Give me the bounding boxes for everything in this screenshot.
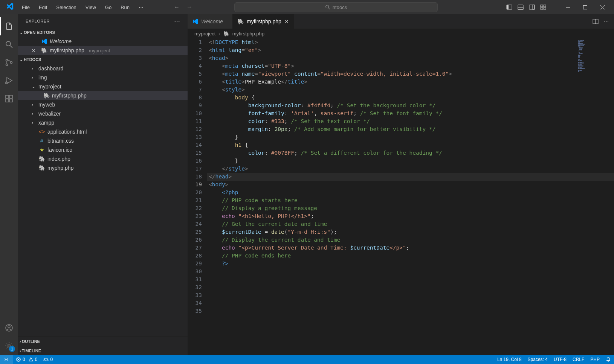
timeline-header[interactable]: ›TIMELINE (18, 346, 188, 355)
window-close-icon[interactable] (594, 0, 611, 14)
menu-selection[interactable]: Selection (52, 3, 80, 12)
encoding-status[interactable]: UTF-8 (551, 355, 570, 364)
breadcrumb[interactable]: myproject › 🐘 myfirstphp.php (188, 29, 614, 38)
svg-point-27 (8, 326, 10, 328)
activity-source-control-icon[interactable] (0, 53, 18, 72)
folder-myweb[interactable]: ›myweb (18, 100, 188, 109)
eol-status[interactable]: CRLF (570, 355, 587, 364)
menu-edit[interactable]: Edit (35, 3, 51, 12)
svg-point-0 (326, 5, 329, 8)
open-editor-welcome[interactable]: Welcome (18, 37, 188, 46)
svg-rect-13 (583, 5, 587, 9)
file-myphp-php[interactable]: 🐘myphp.php (18, 163, 188, 172)
search-placeholder: htdocs (333, 5, 347, 10)
activity-settings-icon[interactable]: 1 (0, 337, 18, 355)
php-icon: 🐘 (41, 47, 47, 53)
svg-rect-23 (6, 99, 9, 102)
chevron-icon: ⌄ (32, 84, 36, 89)
svg-point-21 (5, 82, 8, 84)
editor-area: Welcome 🐘 myfirstphp.php ✕ ⋯ myproject ›… (188, 14, 614, 355)
svg-rect-8 (541, 5, 543, 7)
folder-dashboard[interactable]: ›dashboard (18, 64, 188, 73)
tab-myfirstphp[interactable]: 🐘 myfirstphp.php ✕ (233, 14, 294, 29)
svg-rect-7 (533, 5, 535, 9)
cursor-position[interactable]: Ln 19, Col 8 (494, 355, 525, 364)
code-content[interactable]: <!DOCTYPE html><html lang="en"><head> <m… (209, 38, 614, 355)
toggle-secondary-sidebar-icon[interactable] (529, 4, 535, 10)
toggle-panel-icon[interactable] (518, 4, 524, 10)
svg-rect-3 (507, 5, 509, 9)
editor-body[interactable]: 1234567891011121314151617181920212223242… (188, 38, 614, 355)
sidebar-title: EXPLORER (26, 19, 50, 23)
html-icon: <> (38, 129, 45, 135)
php-icon: 🐘 (237, 18, 244, 24)
notifications-icon[interactable] (603, 355, 614, 364)
menu-view[interactable]: View (82, 3, 100, 12)
workspace-header[interactable]: ⌄HTDOCS (18, 55, 188, 64)
file-applications-html[interactable]: <>applications.html (18, 127, 188, 136)
open-editors-header[interactable]: ⌄OPEN EDITORS (18, 28, 188, 37)
split-editor-icon[interactable] (593, 18, 599, 24)
nav-forward-icon[interactable]: → (186, 4, 192, 11)
activity-search-icon[interactable] (0, 35, 18, 53)
tab-welcome[interactable]: Welcome (188, 14, 233, 29)
editor-tabs: Welcome 🐘 myfirstphp.php ✕ ⋯ (188, 14, 614, 29)
indentation-status[interactable]: Spaces: 4 (525, 355, 551, 364)
chevron-icon: › (32, 66, 36, 71)
menu-overflow-icon[interactable]: ⋯ (135, 3, 147, 12)
file-index-php[interactable]: 🐘index.php (18, 154, 188, 163)
window-maximize-icon[interactable] (576, 0, 594, 14)
tab-close-icon[interactable]: ✕ (284, 18, 289, 24)
activity-explorer-icon[interactable] (0, 17, 18, 35)
minimap[interactable]: ███ ████ ██████ ████ ██████ ███ ███ ██ █… (576, 38, 614, 114)
activity-bar: 1 (0, 14, 18, 355)
svg-line-1 (328, 8, 330, 9)
outline-header[interactable]: ›OUTLINE (18, 337, 188, 346)
svg-rect-5 (518, 8, 523, 9)
status-bar: 0 0 0 Ln 19, Col 8 Spaces: 4 UTF-8 CRLF … (0, 355, 614, 364)
activity-run-debug-icon[interactable] (0, 72, 18, 90)
nav-arrows: ← → (174, 4, 192, 11)
sidebar-more-icon[interactable]: ⋯ (174, 18, 180, 25)
folder-img[interactable]: ›img (18, 73, 188, 82)
toggle-primary-sidebar-icon[interactable] (506, 4, 512, 10)
svg-rect-10 (541, 8, 543, 9)
folder-webalizer[interactable]: ›webalizer (18, 109, 188, 118)
file-myfirstphp-php[interactable]: 🐘myfirstphp.php (18, 91, 188, 100)
svg-point-18 (6, 59, 8, 61)
nav-back-icon[interactable]: ← (174, 4, 180, 11)
folder-xampp[interactable]: ›xampp (18, 118, 188, 127)
customize-layout-icon[interactable] (540, 4, 546, 10)
svg-point-16 (6, 41, 11, 46)
chevron-icon: › (32, 75, 36, 80)
folder-myproject[interactable]: ⌄myproject (18, 82, 188, 91)
ports-status[interactable]: 0 (40, 355, 56, 364)
menu-file[interactable]: File (18, 3, 34, 12)
menu-run[interactable]: Run (117, 3, 133, 12)
close-editor-icon[interactable]: ✕ (32, 48, 37, 53)
language-mode[interactable]: PHP (587, 355, 603, 364)
svg-point-35 (46, 360, 47, 361)
svg-point-19 (6, 64, 8, 66)
search-icon (325, 5, 330, 10)
activity-accounts-icon[interactable] (0, 319, 18, 337)
line-gutter: 1234567891011121314151617181920212223242… (188, 38, 209, 355)
settings-badge: 1 (9, 346, 15, 352)
chevron-icon: › (32, 102, 36, 107)
vscode-icon (192, 18, 198, 24)
editor-more-icon[interactable]: ⋯ (604, 19, 609, 24)
file-favicon-ico[interactable]: ★favicon.ico (18, 145, 188, 154)
file-bitnami-css[interactable]: #bitnami.css (18, 136, 188, 145)
svg-rect-22 (6, 95, 9, 98)
svg-rect-11 (544, 8, 546, 9)
open-editor-myfirstphp[interactable]: ✕ 🐘 myfirstphp.php myproject (18, 46, 188, 55)
titlebar: File Edit Selection View Go Run ⋯ ← → ht… (0, 0, 614, 14)
activity-extensions-icon[interactable] (0, 90, 18, 108)
window-minimize-icon[interactable] (559, 0, 576, 14)
menu-go[interactable]: Go (101, 3, 115, 12)
svg-rect-25 (9, 95, 12, 98)
command-center[interactable]: htdocs (234, 2, 438, 12)
problems-status[interactable]: 0 0 (13, 355, 40, 364)
remote-indicator[interactable] (0, 355, 13, 364)
vscode-icon (41, 38, 47, 44)
